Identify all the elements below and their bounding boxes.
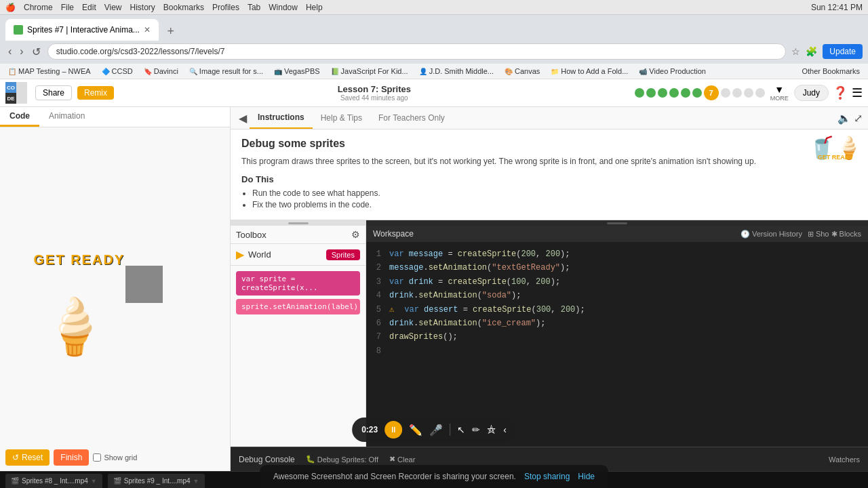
clear-button[interactable]: ✖ Clear <box>389 455 415 464</box>
tab-code[interactable]: Code <box>0 107 39 127</box>
instructions-title: Debug some sprites <box>241 138 857 150</box>
menu-edit[interactable]: Edit <box>82 3 96 12</box>
more-button[interactable]: ▼ MORE <box>770 84 789 102</box>
edit-button[interactable]: ✏️ <box>409 424 422 436</box>
menu-profiles[interactable]: Profiles <box>212 3 239 12</box>
version-history-button[interactable]: 🕐 Version History <box>741 230 802 239</box>
code-animation-tabs: Code Animation <box>0 107 230 127</box>
menu-tab[interactable]: Tab <box>248 3 260 12</box>
toolbox-gear-button[interactable]: ⚙ <box>351 229 360 240</box>
active-tab[interactable]: Sprites #7 | Interactive Anima... ✕ <box>5 19 159 41</box>
line-code-2: message.setAnimation("textGetReady"); <box>389 261 570 274</box>
line-number-6: 6 <box>372 317 381 330</box>
workspace-drag-handle[interactable] <box>366 220 868 226</box>
bookmark-jd-smith[interactable]: 👤J.D. Smith Middle... <box>416 66 496 77</box>
new-tab-button[interactable]: + <box>161 22 180 41</box>
code-line-6: 6 drink.setAnimation("ice_cream"); <box>372 317 863 330</box>
block-create-sprite[interactable]: var sprite = createSprite(x... <box>236 271 360 296</box>
menu-button[interactable]: ☰ <box>852 85 863 100</box>
extension-button[interactable]: 🧩 <box>804 45 818 58</box>
show-grid-checkbox[interactable] <box>93 453 101 462</box>
bookmark-vegaspbs[interactable]: 📺VegasPBS <box>271 66 323 77</box>
progress-dot-9 <box>732 88 742 98</box>
progress-current[interactable]: 7 <box>704 85 719 100</box>
shape-tool[interactable]: ⛤ <box>487 424 496 435</box>
bookmark-video-prod[interactable]: 📹Video Production <box>636 66 709 77</box>
pen-tool[interactable]: ✏ <box>472 424 480 435</box>
logo-blank2 <box>16 93 27 104</box>
tab-for-teachers[interactable]: For Teachers Only <box>370 108 453 128</box>
help-button[interactable]: ❓ <box>833 85 848 100</box>
hide-button[interactable]: Hide <box>578 472 595 481</box>
cursor-tool[interactable]: ↖ <box>457 424 465 435</box>
sprites-button[interactable]: Sprites <box>326 249 360 260</box>
reload-button[interactable]: ↺ <box>29 44 43 60</box>
forward-button[interactable]: › <box>17 44 26 60</box>
remix-button[interactable]: Remix <box>77 86 114 100</box>
menu-file[interactable]: File <box>61 3 74 12</box>
user-button[interactable]: Judy <box>794 85 829 101</box>
progress-dot-3 <box>658 88 667 98</box>
debug-sprites-button[interactable]: 🐛 Debug Sprites: Off <box>306 455 378 464</box>
menu-help[interactable]: Help <box>306 3 323 12</box>
video-icon-2: 🎬 <box>113 477 121 485</box>
preview-images: 🥤 🍦 GET READY <box>808 135 863 161</box>
instructions-content: 🥤 🍦 GET READY Debug some sprites This pr… <box>231 129 868 220</box>
bookmark-javascript[interactable]: 📗JavaScript For Kid... <box>328 66 411 77</box>
bookmarks-bar: 📋MAP Testing – NWEA 🔷CCSD 🔖Davinci 🔍Imag… <box>0 64 868 79</box>
stop-sharing-button[interactable]: Stop sharing <box>524 472 570 481</box>
video-close-2[interactable]: ▼ <box>193 478 199 485</box>
collapse-button[interactable]: ‹ <box>503 424 507 435</box>
debug-console-title: Debug Console <box>239 455 295 464</box>
line-number-7: 7 <box>372 330 381 344</box>
reset-button[interactable]: ↺ Reset <box>5 449 50 466</box>
code-line-8: 8 <box>372 344 863 358</box>
show-blocks-label: Sho ✱ Blocks <box>816 230 861 239</box>
bookmark-other[interactable]: Other Bookmarks <box>799 66 863 77</box>
drag-dots <box>288 222 309 224</box>
pause-button[interactable]: ⏸ <box>384 421 402 439</box>
instructions-description: This program draws three sprites to the … <box>241 155 789 167</box>
line-code-4: drink.setAnimation("soda"); <box>389 289 521 302</box>
line-code-1: var message = createSprite(200, 200); <box>389 247 570 261</box>
url-input[interactable] <box>47 43 787 60</box>
video-close-1[interactable]: ▼ <box>91 478 97 485</box>
apple-menu[interactable]: 🍎 <box>5 3 16 12</box>
tab-animation[interactable]: Animation <box>39 107 94 127</box>
instructions-back-button[interactable]: ◀ <box>236 109 250 127</box>
notification-text: Awesome Screenshot and Screen Recorder i… <box>273 472 516 481</box>
bookmark-image[interactable]: 🔍Image result for s... <box>186 66 266 77</box>
menu-chrome[interactable]: Chrome <box>24 3 53 12</box>
menu-view[interactable]: View <box>104 3 122 12</box>
line-number-4: 4 <box>372 289 381 302</box>
menu-history[interactable]: History <box>130 3 155 12</box>
tab-close[interactable]: ✕ <box>144 25 151 35</box>
bookmark-ccsd[interactable]: 🔷CCSD <box>99 66 136 77</box>
preview-get-ready: GET READY <box>808 154 863 161</box>
world-expand-icon[interactable]: ▶ <box>236 248 244 261</box>
expand-button[interactable]: ⤢ <box>854 112 863 125</box>
toolbox-drag-handle[interactable] <box>231 220 366 226</box>
share-button[interactable]: Share <box>35 85 72 100</box>
back-button[interactable]: ‹ <box>5 44 14 60</box>
menu-bookmarks[interactable]: Bookmarks <box>163 3 204 12</box>
mic-button[interactable]: 🎤 <box>429 424 443 436</box>
video-thumb-2[interactable]: 🎬 Sprites #9 _ Int....mp4 ▼ <box>108 474 205 489</box>
instructions-tabs: ◀ Instructions Help & Tips For Teachers … <box>231 107 868 129</box>
tab-help-tips[interactable]: Help & Tips <box>313 108 370 128</box>
update-button[interactable]: Update <box>823 44 863 59</box>
volume-button[interactable]: 🔈 <box>837 112 851 125</box>
bookmark-canvas[interactable]: 🎨Canvas <box>502 66 542 77</box>
progress-dot-11 <box>755 88 765 98</box>
bookmark-button[interactable]: ☆ <box>790 45 802 58</box>
finish-button[interactable]: Finish <box>54 449 89 466</box>
show-blocks-button[interactable]: ⊞ Sho ✱ Blocks <box>808 230 861 239</box>
block-set-animation[interactable]: sprite.setAnimation(label) <box>236 299 360 314</box>
bookmark-davinci[interactable]: 🔖Davinci <box>141 66 181 77</box>
menu-window[interactable]: Window <box>269 3 298 12</box>
bookmark-map-testing[interactable]: 📋MAP Testing – NWEA <box>5 66 94 77</box>
tab-instructions[interactable]: Instructions <box>250 107 313 129</box>
bookmark-how-to[interactable]: 📁How to Add a Fold... <box>548 66 631 77</box>
reset-label: Reset <box>22 453 43 462</box>
video-thumb-1[interactable]: 🎬 Sprites #8 _ Int....mp4 ▼ <box>5 474 102 489</box>
